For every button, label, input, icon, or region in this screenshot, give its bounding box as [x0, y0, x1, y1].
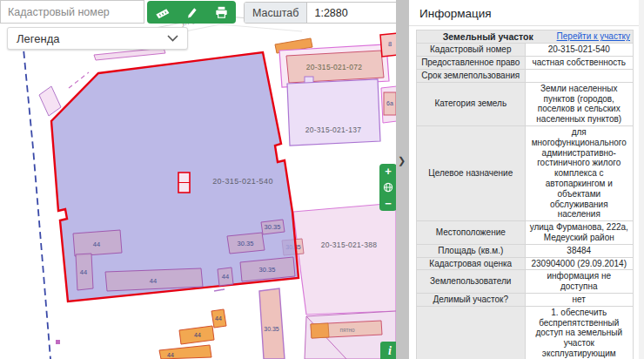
search-input[interactable] [0, 0, 144, 24]
building-label-44: 44 [93, 240, 100, 248]
info-icon: i [388, 344, 392, 358]
building-label-3035: 30.35 [265, 223, 281, 231]
row-label: Срок землепользования [417, 69, 526, 82]
globe-icon[interactable] [383, 182, 393, 193]
chevron-down-icon [167, 35, 178, 42]
row-label: Категория земель [417, 82, 526, 125]
go-to-parcel-link[interactable]: Перейти к участку [557, 31, 630, 42]
panel-divider: ❯ [396, 0, 409, 359]
building-label-pyatno: пятно [339, 327, 355, 333]
row-label: Делимый участок? [417, 293, 526, 306]
row-label: Землепользователи [417, 270, 526, 294]
row-value: информация не доступна [525, 270, 634, 294]
building-label-44: 44 [215, 315, 222, 322]
app-window: ул Сатпаева 20-315-021-072 8 20-315-021-… [0, 0, 644, 359]
row-value: 38484 [525, 244, 634, 257]
parcel-label-540: 20-315-021-540 [212, 177, 273, 186]
parcel-label-137: 20-315-021-137 [305, 125, 362, 134]
table-row: Срок землепользования [417, 69, 634, 82]
building-label-44: 44 [167, 352, 174, 358]
map-info-button[interactable]: i [380, 342, 396, 359]
building-label-3035: 30.35 [238, 240, 254, 247]
measure-button[interactable] [149, 2, 175, 23]
map-dot [56, 340, 60, 344]
row-value [525, 69, 634, 82]
parcel-label-388: 20-315-021-388 [321, 240, 378, 249]
parcel-388[interactable] [293, 203, 396, 315]
scale-label: Масштаб [245, 3, 307, 23]
row-label: Местоположение [417, 221, 526, 245]
row-value: 230904000 (29.09.2014) [525, 257, 634, 270]
legend-label: Легенда [17, 32, 59, 45]
row-value: улица Фурманова, 222а, Медеуский район [525, 221, 634, 245]
building-orange [311, 323, 329, 338]
expand-panel-button[interactable]: ❯ [398, 155, 406, 166]
building-label-44: 44 [194, 332, 201, 338]
building-label-44: 44 [150, 277, 157, 285]
map-zoom-control: + − [379, 164, 396, 211]
row-label: Целевое назначение [417, 125, 526, 220]
cadastral-map[interactable]: ул Сатпаева 20-315-021-072 8 20-315-021-… [0, 0, 396, 359]
building-label-3035: 30.35 [259, 266, 276, 274]
building-label-44: 44 [222, 273, 229, 281]
scrollbar-track[interactable] [639, 0, 644, 359]
map-canvas[interactable]: ул Сатпаева 20-315-021-072 8 20-315-021-… [0, 0, 396, 359]
parcel-137[interactable] [287, 79, 380, 146]
building-label-3035: 30.35 [264, 326, 279, 332]
row-label: Кадастровая оценка [417, 257, 526, 270]
info-panel: Информация Земельный участок Перейти к у… [409, 0, 639, 359]
scale-value[interactable]: 1:2880 [307, 3, 396, 23]
zoom-in-button[interactable]: + [379, 166, 396, 177]
zoom-out-button[interactable]: − [379, 198, 396, 209]
table-header-title: Земельный участок [419, 31, 557, 42]
print-button[interactable] [208, 2, 234, 23]
table-row: Предоставленное право частная собственно… [417, 57, 634, 70]
building-label-44: 44 [80, 268, 87, 276]
table-row: Площадь (кв.м.) 38484 [417, 244, 634, 257]
parcel-label-072: 20-315-021-072 [306, 63, 363, 71]
row-value: нет [525, 293, 634, 306]
panel-title: Информация [409, 0, 639, 25]
table-row: Местоположение улица Фурманова, 222а, Ме… [417, 221, 634, 245]
printer-icon [214, 5, 229, 19]
row-label: Ограничения [417, 306, 526, 359]
table-row: Категория земель Земли населенных пункто… [417, 82, 634, 125]
table-row: Делимый участок? нет [417, 293, 634, 306]
row-value: частная собственность [525, 57, 634, 70]
building-label-8: 8 [388, 40, 392, 48]
draw-button[interactable] [178, 2, 205, 23]
table-row: Кадастровая оценка 230904000 (29.09.2014… [417, 257, 634, 270]
scale-control: Масштаб 1:2880 ▾ [244, 2, 396, 24]
parcel-info-table: Земельный участок Перейти к участку Када… [416, 30, 634, 359]
panel-divider-line [409, 25, 639, 26]
table-row: Ограничения 1. обеспечить беспрепятствен… [417, 306, 634, 359]
ruler-icon [154, 6, 171, 19]
table-row: Кадастровый номер 20-315-021-540 [417, 44, 634, 57]
row-value: для многофункционального административно… [525, 125, 634, 220]
building-label-6a: 6а [386, 100, 393, 106]
row-value: 20-315-021-540 [525, 44, 634, 57]
table-header-row: Земельный участок Перейти к участку [417, 30, 634, 44]
row-label: Площадь (кв.м.) [417, 244, 526, 257]
row-label: Предоставленное право [417, 57, 526, 70]
pencil-icon [184, 5, 198, 19]
map-toolbar [147, 1, 236, 24]
row-label: Кадастровый номер [417, 44, 526, 57]
table-row: Целевое назначение для многофункциональн… [417, 125, 634, 220]
row-value: Земли населенных пунктов (городов, посел… [525, 82, 634, 125]
table-row: Землепользователи информация не доступна [417, 270, 634, 294]
legend-dropdown[interactable]: Легенда [7, 27, 188, 50]
row-value: 1. обеспечить беспрепятственный доступ н… [525, 306, 634, 359]
